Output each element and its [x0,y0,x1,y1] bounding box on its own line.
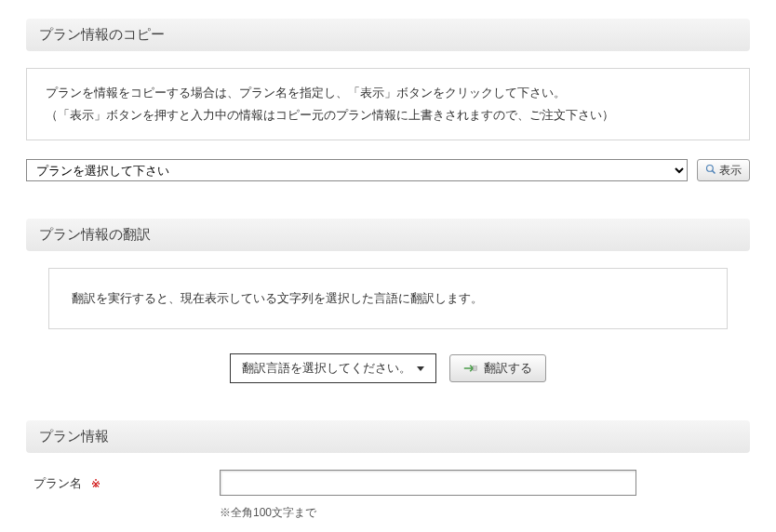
translate-language-select[interactable]: 翻訳言語を選択してください。 [230,353,436,383]
arrow-right-icon [463,363,478,374]
translate-select-label: 翻訳言語を選択してください。 [242,360,411,377]
svg-line-1 [713,170,716,173]
display-button-label: 表示 [719,163,742,179]
svg-rect-2 [473,366,476,371]
svg-point-0 [707,165,714,171]
plan-select[interactable]: プランを選択して下さい [26,159,688,181]
translate-button-label: 翻訳する [484,360,532,377]
plan-name-input[interactable] [220,470,636,496]
translate-info-box: 翻訳を実行すると、現在表示している文字列を選択した言語に翻訳します。 [48,268,728,329]
section-header-translate: プラン情報の翻訳 [26,219,750,251]
section-header-plan: プラン情報 [26,420,750,453]
display-button[interactable]: 表示 [697,159,750,181]
plan-name-row: プラン名 ※ ※全角100文字まで [26,470,750,521]
chevron-down-icon [417,366,424,371]
plan-name-note: ※全角100文字まで [220,505,743,521]
magnifier-icon [705,164,716,178]
plan-name-label: プラン名 ※ [33,470,220,492]
section-header-copy: プラン情報のコピー [26,19,750,51]
copy-info-line2: （「表示」ボタンを押すと入力中の情報はコピー元のプラン情報に上書きされますので、… [46,104,730,126]
translate-info-text: 翻訳を実行すると、現在表示している文字列を選択した言語に翻訳します。 [72,291,483,305]
plan-name-label-text: プラン名 [33,476,82,490]
copy-info-line1: プランを情報をコピーする場合は、プラン名を指定し、「表示」ボタンをクリックして下… [46,82,730,104]
translate-button[interactable]: 翻訳する [449,354,546,382]
required-mark: ※ [91,477,100,490]
copy-info-box: プランを情報をコピーする場合は、プラン名を指定し、「表示」ボタンをクリックして下… [26,68,750,140]
